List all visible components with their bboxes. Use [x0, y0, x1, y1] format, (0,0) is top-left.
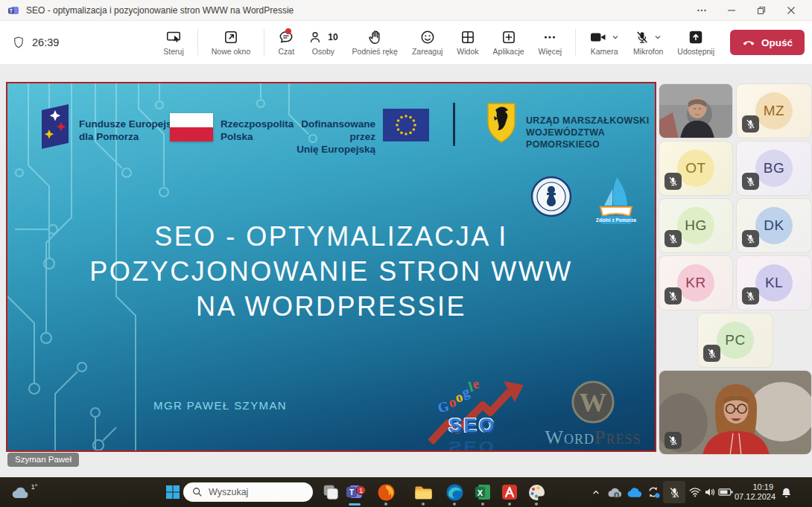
window-titlebar: T SEO - optymalizacja i pozycjonowanie s…	[0, 0, 812, 21]
tray-sync[interactable]	[644, 477, 663, 507]
participant-tile-bg[interactable]: BG	[736, 141, 812, 196]
folder-icon	[413, 483, 434, 501]
window-restore-button[interactable]	[746, 0, 776, 21]
mic-off-icon	[706, 348, 717, 359]
tray-notifications[interactable]	[776, 477, 796, 507]
control-label: Nowe okno	[212, 48, 251, 56]
meeting-timer-value: 26:39	[32, 36, 59, 48]
window-close-button[interactable]	[776, 0, 806, 21]
control-button-czat[interactable]: Czat	[273, 26, 299, 59]
participant-tile-ot[interactable]: OT	[659, 141, 733, 196]
control-button-nowe-okno[interactable]: Nowe okno	[207, 26, 256, 59]
taskbar-weather-widget[interactable]: 1°	[7, 477, 40, 507]
bell-icon	[780, 486, 793, 499]
mic-chevron-down-icon[interactable]	[654, 34, 662, 41]
taskbar-explorer-app[interactable]	[410, 477, 437, 507]
meeting-toolbar: 26:39 Steruj Nowe okno Czat 10	[0, 21, 812, 64]
svg-text:X: X	[478, 488, 483, 497]
control-button-wiecej[interactable]: Więcej	[534, 26, 567, 59]
control-button-widok[interactable]: Widok	[452, 26, 483, 59]
svg-text:W: W	[580, 387, 607, 418]
tray-mic-muted[interactable]	[663, 481, 685, 503]
sync-arrows-icon	[646, 485, 661, 500]
mic-off-icon	[745, 233, 756, 244]
react-smiley-icon	[419, 29, 436, 45]
control-button-udostepnij[interactable]: Udostępnij	[673, 26, 719, 59]
participant-video	[659, 371, 812, 455]
tray-overflow-chevron[interactable]	[587, 477, 605, 507]
start-button[interactable]	[161, 477, 185, 507]
running-app-dot	[535, 503, 538, 506]
taskbar-paint-app[interactable]	[523, 477, 550, 507]
control-button-podnies-reke[interactable]: Podnieś rękę	[348, 26, 402, 59]
slide-title: SEO - OPTYMALIZACJA I POZYCJONOWANIE STR…	[37, 219, 625, 324]
clock-time: 10:19	[735, 482, 773, 492]
control-button-mikrofon[interactable]: Mikrofon	[629, 26, 667, 59]
control-label: Czat	[278, 48, 294, 56]
window-more-button[interactable]	[687, 0, 717, 21]
wordpress-logo: W WordPress	[537, 379, 649, 449]
tray-volume[interactable]	[702, 477, 718, 507]
taskbar-acrobat-app[interactable]	[496, 477, 523, 507]
window-title: SEO - optymalizacja i pozycjonowanie str…	[26, 5, 294, 16]
control-button-osoby[interactable]: 10 Osoby	[304, 26, 342, 59]
avatar: DK	[755, 207, 793, 244]
muted-mic-badge	[703, 345, 720, 362]
taskbar-clock[interactable]: 10:19 07.12.2024	[735, 477, 773, 507]
camera-icon	[589, 30, 607, 45]
taskbar-firefox-app[interactable]	[372, 477, 399, 507]
control-button-steruj[interactable]: Steruj	[159, 26, 188, 59]
taskbar-excel-app[interactable]: X	[469, 477, 496, 507]
leave-button[interactable]: Opuść	[730, 30, 805, 55]
cloud-info-icon: i	[606, 485, 623, 500]
mic-off-icon	[667, 290, 679, 302]
control-button-zareaguj[interactable]: Zareaguj	[407, 26, 447, 59]
view-grid-icon	[460, 29, 476, 45]
control-label: Udostępnij	[677, 48, 714, 56]
participant-tile-kr[interactable]: KR	[659, 255, 733, 310]
hang-up-icon	[742, 36, 755, 49]
mic-off-icon	[667, 176, 679, 187]
tray-battery[interactable]	[717, 477, 735, 507]
share-screen-icon	[688, 29, 704, 45]
window-minimize-button[interactable]	[717, 0, 746, 21]
avatar: OT	[677, 150, 714, 187]
participant-tile-hg[interactable]: HG	[659, 198, 733, 253]
participant-video-tile[interactable]	[659, 83, 733, 138]
new-window-icon	[223, 29, 239, 45]
camera-chevron-down-icon[interactable]	[612, 34, 619, 41]
search-placeholder: Wyszukaj	[209, 487, 248, 497]
weather-cloud-icon	[10, 484, 30, 500]
running-app-dot	[422, 503, 425, 506]
control-label: Mikrofon	[633, 48, 663, 56]
logo-strip-divider	[453, 103, 455, 146]
leave-label: Opuść	[761, 37, 793, 48]
control-button-kamera[interactable]: Kamera	[585, 26, 624, 59]
participant-tile-mz[interactable]: MZ	[736, 83, 812, 138]
participant-tile-dk[interactable]: DK	[736, 198, 812, 253]
tray-onedrive[interactable]	[624, 477, 644, 507]
task-view-button[interactable]	[319, 477, 343, 507]
google-seo-graphic: Google SEO SEO	[425, 380, 525, 448]
minimize-icon	[727, 6, 736, 15]
wifi-icon	[688, 486, 702, 498]
participant-tile-pc[interactable]: PC	[697, 313, 773, 368]
apps-plus-icon	[501, 29, 517, 45]
taskbar-edge-app[interactable]	[441, 477, 468, 507]
wordpress-wordmark: WordPress	[537, 428, 649, 447]
search-icon	[192, 487, 203, 497]
control-button-aplikacje[interactable]: Aplikacje	[489, 26, 529, 59]
participant-tile-kl[interactable]: KL	[736, 255, 812, 310]
restore-icon	[757, 6, 766, 15]
taskbar-teams-app[interactable]: T 1	[341, 477, 368, 507]
taskbar-search-box[interactable]: Wyszukaj	[183, 482, 313, 502]
eu-funding-label: Dofinansowane przez Unię Europejską	[282, 118, 375, 156]
tray-weather-cloud[interactable]: i	[605, 477, 624, 507]
running-app-dot	[384, 503, 387, 506]
tray-wifi[interactable]	[687, 477, 703, 507]
battery-icon	[718, 487, 733, 497]
running-app-dot	[508, 503, 511, 506]
slide-author: MGR PAWEŁ SZYMAN	[153, 399, 287, 412]
participant-video-tile-presenter[interactable]	[659, 370, 812, 455]
shared-presentation-slide: Fundusze Europejskie dla Pomorza Rzeczpo…	[6, 82, 656, 452]
